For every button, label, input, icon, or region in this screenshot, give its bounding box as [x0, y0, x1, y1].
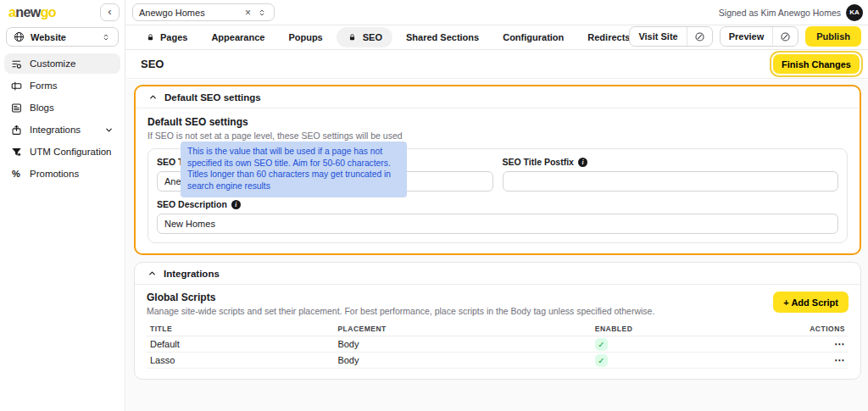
account-area: Signed as Kim Anewgo Homes KA [719, 0, 863, 25]
app-window: anewgo ‹ Website Customize [0, 0, 868, 411]
preview-label[interactable]: Preview [721, 27, 773, 46]
page-title-bar: SEO Finish Changes [126, 50, 868, 79]
sidebar-item-label: Blogs [30, 103, 54, 113]
sidebar-item-label: Promotions [30, 169, 79, 179]
global-scripts-title: Global Scripts [147, 292, 654, 303]
script-title-cell: Default [150, 339, 337, 349]
updown-chevron-icon [100, 31, 112, 43]
visit-site-button[interactable]: Visit Site [629, 26, 712, 47]
row-actions-menu-button[interactable]: ⋯ [834, 354, 845, 366]
table-row: Lasso Body ✓ ⋯ [147, 353, 849, 369]
visit-site-label[interactable]: Visit Site [630, 27, 686, 46]
sidebar-item-promotions[interactable]: % Promotions [4, 164, 120, 184]
collapse-sidebar-button[interactable]: ‹ [100, 3, 120, 21]
add-script-button[interactable]: + Add Script [773, 292, 849, 313]
funnel-gear-icon [10, 146, 22, 158]
seo-title-tooltip: This is the value that will be used if a… [181, 142, 407, 197]
sidebar-item-label: Customize [30, 58, 75, 69]
site-selector-value: Anewgo Homes [139, 8, 245, 18]
anewgo-logo: anewgo [8, 5, 56, 20]
chevron-up-icon [146, 268, 158, 280]
seo-title-postfix-input[interactable] [503, 171, 839, 192]
updown-chevron-icon [256, 7, 268, 19]
enabled-check-badge: ✓ [595, 354, 608, 367]
tab-label: Redirects [587, 32, 630, 42]
section-subtitle: If SEO is not set at a page level, these… [147, 131, 848, 141]
enabled-check-badge: ✓ [595, 338, 608, 351]
tab-seo[interactable]: SEO [337, 27, 392, 47]
collapse-header-label: Default SEO settings [164, 92, 261, 103]
script-placement-cell: Body [337, 355, 594, 365]
lock-icon [347, 31, 359, 43]
chevron-down-icon [103, 124, 114, 136]
section-title: Default SEO settings [147, 116, 848, 128]
tab-label: Pages [160, 32, 187, 42]
tab-label: Appearance [211, 32, 264, 42]
clear-icon[interactable]: × [245, 7, 251, 19]
header-divider [0, 25, 868, 25]
lock-icon [144, 31, 156, 43]
row-actions-menu-button[interactable]: ⋯ [834, 338, 845, 350]
form-input-icon [10, 80, 22, 92]
table-row: Default Body ✓ ⋯ [147, 336, 849, 353]
info-icon[interactable]: i [578, 158, 587, 167]
chevron-left-icon: ‹ [108, 6, 111, 17]
column-header-placement: PLACEMENT [337, 325, 594, 333]
site-selector[interactable]: Anewgo Homes × [132, 3, 275, 21]
toolbar-divider [0, 49, 868, 50]
column-header-enabled: ENABLED [595, 325, 748, 333]
sidebar-item-customize[interactable]: Customize [4, 53, 120, 74]
sidebar-item-label: UTM Configuration [30, 147, 112, 157]
sidebar-item-forms[interactable]: Forms [4, 75, 120, 96]
tab-label: Configuration [503, 32, 564, 42]
avatar[interactable]: KA [846, 4, 863, 21]
finish-changes-button[interactable]: Finish Changes [773, 54, 860, 74]
main-tabs: Pages Appearance Popups SEO Shared Secti… [134, 26, 640, 47]
info-icon[interactable]: i [231, 200, 241, 209]
sidebar-item-utm-configuration[interactable]: UTM Configuration [4, 142, 120, 162]
integrations-collapse-header[interactable]: Integrations [135, 263, 860, 285]
page-title: SEO [141, 58, 164, 70]
integrations-card: Integrations Global Scripts Manage site-… [134, 262, 861, 380]
sidebar-item-blogs[interactable]: Blogs [4, 97, 120, 118]
tab-pages[interactable]: Pages [134, 27, 198, 47]
seo-title-postfix-label: SEO Title Postfix [503, 157, 574, 167]
website-select-label: Website [31, 32, 66, 42]
chevron-up-icon [147, 92, 159, 103]
script-title-cell: Lasso [150, 355, 337, 365]
script-placement-cell: Body [337, 339, 594, 349]
check-icon: ✓ [598, 340, 604, 349]
column-header-title: TITLE [150, 325, 337, 333]
collapse-header-label: Integrations [164, 269, 220, 279]
default-seo-collapse-header[interactable]: Default SEO settings [136, 86, 860, 108]
website-section-select[interactable]: Website [6, 27, 119, 47]
sidebar: anewgo ‹ Website Customize [0, 0, 125, 411]
signed-in-label: Signed as Kim Anewgo Homes [719, 8, 841, 18]
tab-configuration[interactable]: Configuration [492, 28, 574, 47]
percent-icon: % [10, 168, 22, 180]
sidebar-nav: Customize Forms Blogs Integrations [0, 49, 125, 188]
tab-appearance[interactable]: Appearance [201, 28, 275, 47]
sidebar-item-label: Integrations [30, 125, 81, 135]
tab-label: Shared Sections [406, 32, 479, 42]
integrations-icon [10, 124, 22, 136]
link-icon[interactable] [773, 27, 798, 46]
link-icon[interactable] [687, 27, 712, 46]
seo-title-postfix-field: SEO Title Postfix i [503, 157, 839, 192]
seo-description-input[interactable] [157, 214, 838, 234]
seo-description-label: SEO Description [157, 199, 227, 209]
tab-shared-sections[interactable]: Shared Sections [396, 28, 489, 47]
publish-button[interactable]: Publish [805, 26, 861, 47]
globe-icon [13, 31, 25, 43]
header-actions: Visit Site Preview Publish [629, 26, 861, 47]
scripts-table: TITLE PLACEMENT ENABLED ACTIONS Default … [147, 322, 849, 369]
seo-description-field: SEO Description i [157, 199, 838, 234]
tab-popups[interactable]: Popups [278, 28, 332, 47]
sliders-icon [10, 58, 22, 69]
check-icon: ✓ [598, 356, 604, 365]
tab-label: Popups [288, 32, 322, 42]
preview-button[interactable]: Preview [720, 26, 799, 47]
blog-icon [10, 102, 22, 114]
column-header-actions: ACTIONS [748, 325, 845, 333]
sidebar-item-integrations[interactable]: Integrations [4, 119, 120, 140]
